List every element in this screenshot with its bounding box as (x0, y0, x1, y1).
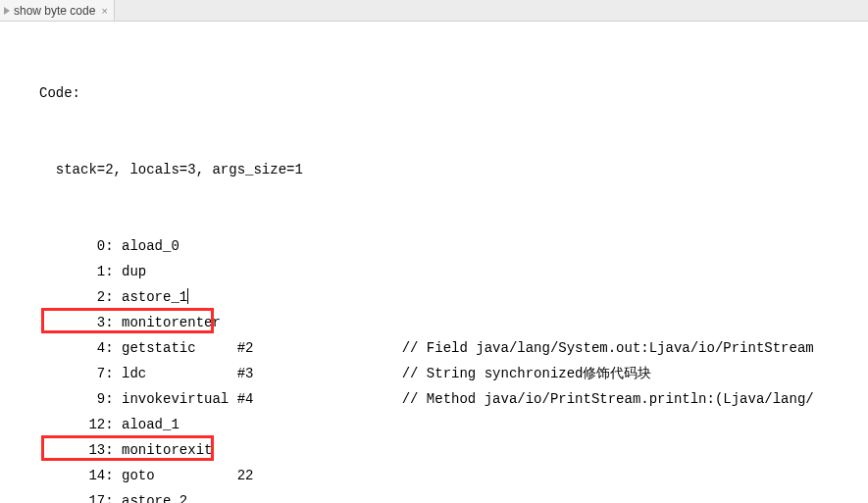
bytecode-line: 9: invokevirtual #4 // Method java/io/Pr… (39, 386, 868, 412)
tab-title: show byte code (14, 4, 95, 18)
bytecode-line: 0: aload_0 (39, 233, 868, 259)
bytecode-line: 2: astore_1 (39, 284, 868, 310)
tab-show-byte-code[interactable]: show byte code × (0, 0, 115, 21)
text-caret (187, 288, 188, 304)
play-icon (4, 7, 10, 15)
close-icon[interactable]: × (99, 5, 107, 17)
bytecode-line: 3: monitorenter (39, 310, 868, 335)
bytecode-line: 13: monitorexit (39, 437, 868, 463)
bytecode-content[interactable]: Code: stack=2, locals=3, args_size=1 0: … (0, 22, 868, 503)
bytecode-line: 17: astore_2 (39, 488, 868, 503)
bytecode-line: 7: ldc #3 // String synchronized修饰代码块 (39, 361, 868, 386)
code-meta: stack=2, locals=3, args_size=1 (39, 157, 868, 182)
bytecode-line: 1: dup (39, 259, 868, 284)
bytecode-line: 14: goto 22 (39, 463, 868, 488)
code-header: Code: (39, 80, 868, 106)
bytecode-line: 4: getstatic #2 // Field java/lang/Syste… (39, 335, 868, 361)
tab-bar: show byte code × (0, 0, 868, 22)
bytecode-line: 12: aload_1 (39, 412, 868, 437)
